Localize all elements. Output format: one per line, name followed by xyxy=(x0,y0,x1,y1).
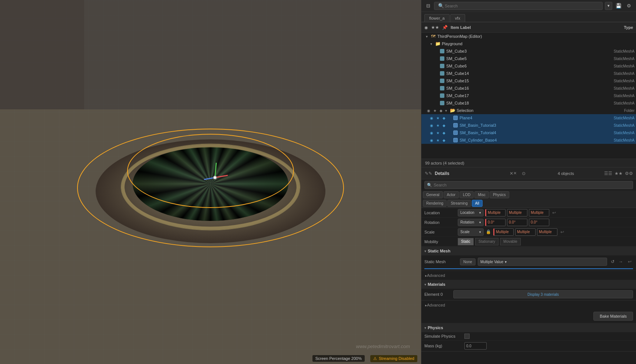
eye-sel-icon[interactable]: ◉ xyxy=(426,108,431,113)
details-search-input[interactable] xyxy=(434,183,630,187)
close-details-btn[interactable]: ✕ xyxy=(509,169,517,178)
tab-streaming[interactable]: Streaming xyxy=(447,200,471,207)
scale-reset-btn[interactable]: ↩ xyxy=(559,229,566,235)
eye-basin3-icon[interactable]: ◉ xyxy=(429,123,434,128)
camera-icon[interactable]: ⊙ xyxy=(520,169,528,178)
settings-icon[interactable]: ⚙ xyxy=(625,2,633,10)
location-x-input[interactable]: Multiple xyxy=(485,209,506,216)
tree-item-sm-basin3[interactable]: ◉ ★ ◆ SM_Basin_Tutorial3 StaticMeshA xyxy=(421,122,636,129)
details-search[interactable]: 🔍 xyxy=(424,181,633,189)
bake-materials-btn[interactable]: Bake Materials xyxy=(593,312,633,321)
sm-reset-btn[interactable]: ↩ xyxy=(626,258,633,265)
pin-sel-icon[interactable]: ◆ xyxy=(438,108,444,113)
tree-type-cylinder4: StaticMeshA xyxy=(605,138,635,142)
tree-item-sm-cube17[interactable]: SM_Cube17 StaticMeshA xyxy=(421,92,636,99)
scale-y-input[interactable]: Multiple xyxy=(515,228,536,236)
location-dropdown[interactable]: Location xyxy=(458,209,484,216)
location-reset-btn[interactable]: ↩ xyxy=(551,209,557,216)
tab-misc[interactable]: Misc xyxy=(474,191,489,198)
tab-physics[interactable]: Physics xyxy=(490,191,509,198)
tree-arrow-map[interactable] xyxy=(426,34,430,39)
physics-header[interactable]: Physics xyxy=(421,323,636,332)
tab-lod[interactable]: LOD xyxy=(460,191,474,198)
mobility-stationary-btn[interactable]: Stationary xyxy=(475,238,498,245)
display-materials-btn[interactable]: Display 3 materials xyxy=(453,290,633,298)
scale-dropdown[interactable]: Scale xyxy=(458,228,484,236)
tree-item-sm-basin4[interactable]: ◉ ★ ◆ SM_Basin_Tutorial4 StaticMeshA xyxy=(421,129,636,136)
advanced-row-2[interactable]: Advanced xyxy=(421,301,636,310)
location-y-input[interactable]: Multiple xyxy=(507,209,527,216)
rotation-dropdown[interactable]: Rotation xyxy=(458,219,484,226)
sm-refresh-icon[interactable]: ↺ xyxy=(609,258,616,265)
tree-item-sm-cube16[interactable]: SM_Cube16 StaticMeshA xyxy=(421,85,636,92)
rotation-x-input[interactable]: 0.0° xyxy=(485,219,506,226)
eye-header-icon[interactable] xyxy=(424,25,428,30)
star-cylinder4-icon[interactable]: ★ xyxy=(435,138,440,143)
save-icon[interactable]: 💾 xyxy=(615,2,623,10)
tab-actor[interactable]: Actor xyxy=(444,191,459,198)
eye-plane4-icon[interactable]: ◉ xyxy=(429,115,434,120)
star-details-icon[interactable]: ★ xyxy=(615,169,623,178)
tree-label-cylinder4: SM_Cylinder_Base4 xyxy=(460,138,605,142)
tree-item-sm-cube15[interactable]: SM_Cube15 StaticMeshA xyxy=(421,77,636,85)
sm-value-dropdown[interactable]: Multiple Value ▾ xyxy=(478,258,607,266)
pencil-icon[interactable]: ✎ xyxy=(424,169,433,178)
sm-none-btn[interactable]: None xyxy=(460,258,476,265)
star-header-icon[interactable]: ★ xyxy=(431,25,439,30)
sm-forward-icon[interactable]: → xyxy=(617,258,624,265)
tab-rendering[interactable]: Rendering xyxy=(423,200,447,207)
tree-item-map-root[interactable]: 🗺 ThirdPersonMap (Editor) xyxy=(421,33,636,40)
tab-general[interactable]: General xyxy=(423,191,443,198)
eye-basin4-icon[interactable]: ◉ xyxy=(429,130,434,135)
eye-cylinder4-icon[interactable]: ◉ xyxy=(429,138,434,143)
tree-item-sm-cube6[interactable]: SM_Cube6 StaticMeshA xyxy=(421,62,636,70)
tab-flower-a[interactable]: flower_a xyxy=(424,14,450,22)
bake-row: Bake Materials xyxy=(421,310,636,323)
star-sel-icon[interactable]: ★ xyxy=(432,108,437,113)
simulate-physics-checkbox[interactable] xyxy=(464,334,470,339)
list-view-icon[interactable]: ☰ xyxy=(604,169,612,178)
mobility-static-btn[interactable]: Static xyxy=(458,238,474,245)
tree-label-playground: Playground xyxy=(442,42,605,46)
tree-item-playground[interactable]: 📁 Playground xyxy=(421,40,636,47)
rotation-z-input[interactable]: 0.0° xyxy=(529,219,549,226)
pin-basin4-icon[interactable]: ◆ xyxy=(441,130,447,135)
star-basin3-icon[interactable]: ★ xyxy=(435,123,440,128)
dropdown-btn[interactable]: ▾ xyxy=(605,2,612,10)
scale-z-input[interactable]: Multiple xyxy=(537,228,557,236)
star-plane4-icon[interactable]: ★ xyxy=(435,115,440,120)
advanced-row-1[interactable]: Advanced xyxy=(421,271,636,280)
tree-item-selection[interactable]: ◉ ★ ◆ 📂 Selection Folder xyxy=(421,107,636,114)
tree-item-sm-cube5[interactable]: SM_Cube5 StaticMeshA xyxy=(421,55,636,62)
pin-basin3-icon[interactable]: ◆ xyxy=(441,123,447,128)
tree-item-sm-cube18[interactable]: SM_Cube18 StaticMeshA xyxy=(421,99,636,107)
search-input[interactable] xyxy=(445,4,599,8)
tree-item-sm-cylinder4[interactable]: ◉ ★ ◆ SM_Cylinder_Base4 StaticMeshA xyxy=(421,136,636,144)
location-controls: Location Multiple Multiple Multiple ↩ xyxy=(458,209,633,216)
star-basin4-icon[interactable]: ★ xyxy=(435,130,440,135)
tree-arrow-selection[interactable] xyxy=(445,109,450,113)
tree-item-sm-cube14[interactable]: SM_Cube14 StaticMeshA xyxy=(421,70,636,77)
mobility-movable-btn[interactable]: Movable xyxy=(500,238,521,245)
search-box[interactable]: 🔍 xyxy=(434,2,603,10)
filter-icon[interactable] xyxy=(424,2,432,10)
tree-item-plane4[interactable]: ◉ ★ ◆ Plane4 StaticMeshA xyxy=(421,114,636,122)
materials-header[interactable]: Materials xyxy=(421,280,636,289)
pin-header-icon[interactable]: 📌 xyxy=(442,25,448,30)
tree-arrow-playground[interactable] xyxy=(430,42,435,46)
tab-all[interactable]: All xyxy=(472,200,483,207)
settings-details-icon[interactable]: ⚙ xyxy=(625,169,633,178)
static-mesh-header[interactable]: Static Mesh xyxy=(421,246,636,255)
details-tabs-row2: Rendering Streaming All xyxy=(421,199,636,208)
rotation-y-input[interactable]: 0.0° xyxy=(507,219,527,226)
tree-item-sm-cube3[interactable]: SM_Cube3 StaticMeshA xyxy=(421,47,636,55)
pin-cylinder4-icon[interactable]: ◆ xyxy=(441,138,447,143)
materials-element0-row: Element 0 Display 3 materials xyxy=(421,289,636,300)
mass-value[interactable]: 0.0 xyxy=(464,342,487,350)
scale-x-input[interactable]: Multiple xyxy=(493,228,514,236)
tab-vfx[interactable]: vfx xyxy=(450,14,465,22)
pin-plane4-icon[interactable]: ◆ xyxy=(441,115,447,120)
outliner-tree[interactable]: 🗺 ThirdPersonMap (Editor) 📁 Playground S… xyxy=(421,33,636,159)
scale-lock-btn[interactable]: 🔒 xyxy=(485,229,492,235)
location-z-input[interactable]: Multiple xyxy=(529,209,549,216)
